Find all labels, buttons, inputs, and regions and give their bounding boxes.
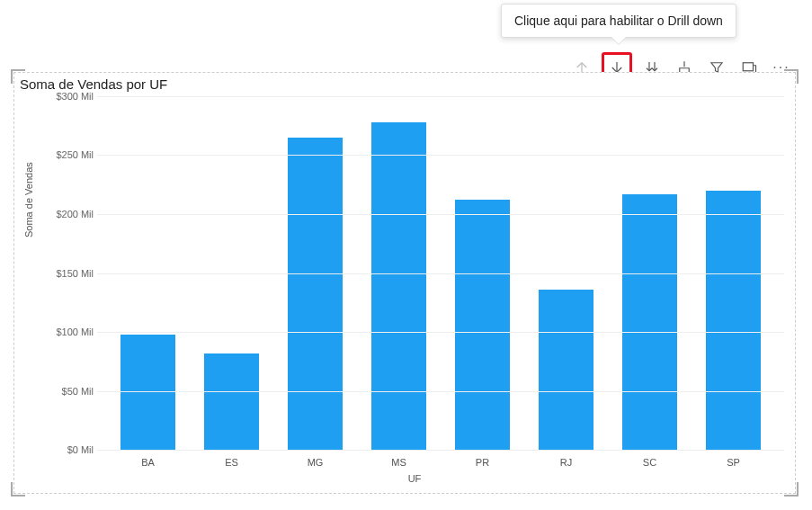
grid-line [97,450,784,451]
grid-line [97,214,784,215]
bar-PR[interactable] [455,200,510,450]
bar-ES[interactable] [204,353,259,450]
bar-RJ[interactable] [539,290,593,450]
y-tick-label: $150 Mil [45,268,94,279]
x-tick-label: SC [643,457,656,468]
resize-handle-top-right[interactable] [784,69,799,84]
grid-line [97,391,784,392]
x-tick-label: RJ [560,457,572,468]
grid-line [97,332,784,333]
bar-MG[interactable] [288,138,343,450]
y-tick-label: $0 Mil [45,444,94,455]
y-tick-label: $50 Mil [45,386,94,397]
x-tick-label: BA [141,457,155,468]
bar-SP[interactable] [706,191,761,450]
resize-handle-bottom-left[interactable] [11,482,25,497]
y-tick-label: $100 Mil [45,327,94,337]
y-tick-label: $250 Mil [45,149,94,160]
y-axis-label: Soma de Vendas [23,162,34,237]
bar-SC[interactable] [622,194,677,450]
grid-line [97,273,784,274]
resize-handle-bottom-right[interactable] [784,482,799,497]
x-tick-label: PR [476,457,489,468]
x-axis-label: UF [45,473,784,484]
x-tick-label: SP [727,457,740,468]
bar-MS[interactable] [371,122,426,450]
grid-line [97,96,784,97]
bar-BA[interactable] [120,335,175,450]
chart-area: Soma de Vendas UF BAESMGMSPRRJSCSP $0 Mi… [45,96,784,450]
chart-title: Soma de Vendas por UF [20,76,795,92]
tooltip: Clique aqui para habilitar o Drill down [501,4,736,38]
chart-visual-container[interactable]: Soma de Vendas por UF Soma de Vendas UF … [13,72,796,494]
x-tick-label: ES [225,457,238,468]
x-tick-label: MS [391,457,406,468]
grid-line [97,155,784,156]
y-tick-label: $200 Mil [45,209,94,219]
svg-rect-0 [743,63,753,71]
resize-handle-top-left[interactable] [11,69,25,84]
x-tick-label: MG [308,457,324,468]
y-tick-label: $300 Mil [45,91,94,102]
plot-area: BAESMGMSPRRJSCSP $0 Mil$50 Mil$100 Mil$1… [97,96,784,450]
